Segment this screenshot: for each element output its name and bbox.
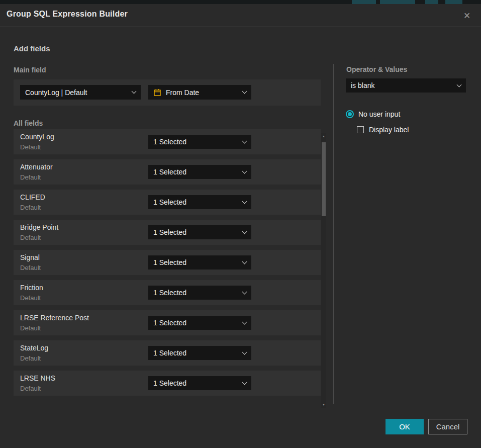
field-selection-value: 1 Selected: [153, 138, 239, 146]
operator-select-value: is blank: [351, 81, 453, 89]
field-selection-value: 1 Selected: [153, 319, 239, 327]
all-fields-label: All fields: [14, 119, 43, 127]
chevron-down-icon: [242, 168, 247, 173]
radio-dot: [348, 112, 352, 116]
field-selection-dropdown[interactable]: 1 Selected: [148, 195, 251, 209]
calendar-icon: [153, 88, 161, 97]
field-subtitle: Default: [20, 143, 41, 151]
chevron-down-icon: [242, 229, 247, 234]
field-selection-dropdown[interactable]: 1 Selected: [148, 376, 251, 390]
main-field-label: Main field: [14, 66, 46, 74]
field-subtitle: Default: [20, 354, 41, 362]
panel-divider: [333, 64, 334, 404]
all-fields-list: CountyLog Default 1 Selected Attenuator …: [14, 129, 321, 401]
background-fragment: [445, 0, 462, 4]
operator-values-label: Operator & Values: [346, 65, 407, 73]
field-row-lrse-reference-post: LRSE Reference Post Default 1 Selected: [14, 310, 321, 335]
field-selection-dropdown[interactable]: 1 Selected: [148, 255, 251, 270]
field-selection-value: 1 Selected: [153, 379, 239, 387]
field-selection-dropdown[interactable]: 1 Selected: [148, 135, 251, 149]
field-row-friction: Friction Default 1 Selected: [14, 280, 321, 305]
main-field-container: CountyLog | Default From Date: [14, 79, 321, 106]
add-fields-heading: Add fields: [14, 44, 50, 53]
chevron-down-icon: [242, 349, 247, 354]
field-row-clifed: CLIFED Default 1 Selected: [14, 190, 321, 215]
chevron-down-icon: [132, 89, 137, 94]
background-fragment: [352, 0, 376, 4]
ok-button[interactable]: OK: [386, 419, 424, 434]
field-selection-value: 1 Selected: [153, 198, 239, 206]
radio-label: No user input: [358, 110, 400, 118]
checkbox-label: Display label: [369, 126, 409, 134]
field-name: Friction: [20, 284, 43, 292]
chevron-down-icon: [242, 199, 247, 204]
chevron-down-icon: [242, 319, 247, 324]
field-row-statelog: StateLog Default 1 Selected: [14, 340, 321, 366]
field-name: Signal: [20, 253, 40, 261]
checkbox-unchecked-icon: [357, 126, 364, 133]
scroll-down-icon[interactable]: ▼: [321, 402, 326, 407]
main-field-select-value: From Date: [166, 88, 239, 97]
dialog-title: Group SQL Expression Builder: [7, 10, 128, 19]
field-subtitle: Default: [20, 385, 41, 392]
operator-select[interactable]: is blank: [346, 78, 466, 93]
field-selection-value: 1 Selected: [153, 349, 239, 357]
field-selection-value: 1 Selected: [153, 168, 239, 176]
field-selection-value: 1 Selected: [153, 258, 239, 266]
display-label-checkbox[interactable]: Display label: [357, 126, 409, 134]
field-name: CountyLog: [20, 133, 54, 141]
field-subtitle: Default: [20, 264, 41, 272]
field-selection-dropdown[interactable]: 1 Selected: [148, 346, 251, 360]
group-sql-expression-builder-dialog: Group SQL Expression Builder ✕ Add field…: [0, 4, 481, 448]
field-selection-dropdown[interactable]: 1 Selected: [148, 316, 251, 330]
field-row-bridge-point: Bridge Point Default 1 Selected: [14, 220, 321, 245]
field-row-lrse-nhs: LRSE NHS Default 1 Selected: [14, 371, 321, 396]
field-row-countylog: CountyLog Default 1 Selected: [14, 129, 321, 154]
field-name: LRSE NHS: [20, 374, 55, 382]
chevron-down-icon: [242, 380, 247, 385]
field-row-signal: Signal Default 1 Selected: [14, 250, 321, 275]
radio-selected-icon: [346, 110, 354, 118]
background-fragment: [380, 0, 415, 4]
field-name: CLIFED: [20, 193, 45, 201]
field-name: Bridge Point: [20, 223, 58, 231]
scrollbar-thumb[interactable]: [322, 142, 326, 216]
field-name: Attenuator: [20, 163, 53, 171]
field-selection-value: 1 Selected: [153, 228, 239, 236]
field-subtitle: Default: [20, 294, 41, 302]
chevron-down-icon: [242, 138, 247, 143]
field-list-scrollbar[interactable]: ▲ ▼: [321, 133, 326, 408]
field-subtitle: Default: [20, 173, 41, 181]
background-fragment: [425, 0, 438, 4]
field-subtitle: Default: [20, 324, 41, 332]
main-layer-select-value: CountyLog | Default: [25, 88, 128, 97]
field-name: LRSE Reference Post: [20, 314, 89, 322]
background-app-strip: [0, 0, 481, 4]
screen: Group SQL Expression Builder ✕ Add field…: [0, 0, 481, 448]
scroll-up-icon[interactable]: ▲: [321, 134, 326, 139]
field-selection-value: 1 Selected: [153, 289, 239, 297]
chevron-down-icon: [242, 259, 247, 264]
no-user-input-radio[interactable]: No user input: [346, 110, 400, 118]
field-row-attenuator: Attenuator Default 1 Selected: [14, 159, 321, 185]
field-name: StateLog: [20, 344, 48, 352]
cancel-button[interactable]: Cancel: [428, 419, 467, 434]
field-subtitle: Default: [20, 234, 41, 241]
dialog-titlebar: Group SQL Expression Builder ✕: [0, 4, 481, 27]
field-selection-dropdown[interactable]: 1 Selected: [148, 286, 251, 300]
chevron-down-icon: [242, 89, 247, 94]
field-subtitle: Default: [20, 204, 41, 211]
field-selection-dropdown[interactable]: 1 Selected: [148, 165, 251, 179]
field-selection-dropdown[interactable]: 1 Selected: [148, 225, 251, 239]
chevron-down-icon: [457, 82, 462, 87]
close-icon[interactable]: ✕: [460, 9, 474, 23]
main-field-select[interactable]: From Date: [148, 85, 251, 100]
main-layer-select[interactable]: CountyLog | Default: [20, 85, 141, 100]
chevron-down-icon: [242, 289, 247, 294]
